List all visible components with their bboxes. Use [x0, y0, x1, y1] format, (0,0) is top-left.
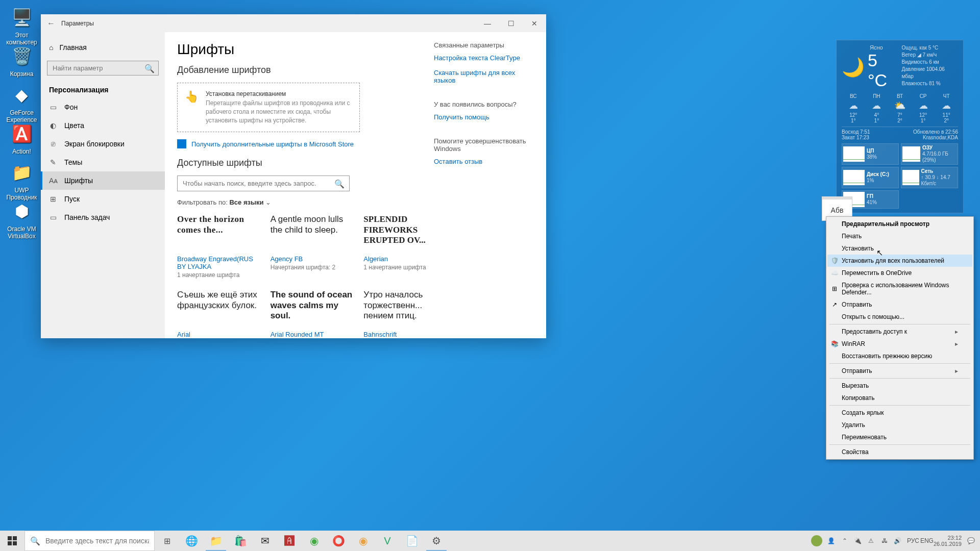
font-card[interactable]: SPLENDID FIREWORKS ERUPTED OV...Algerian…: [363, 214, 448, 279]
sidebar-item-Панель задач[interactable]: ▭Панель задач: [41, 208, 165, 227]
feedback-link[interactable]: Оставить отзыв: [434, 158, 536, 165]
desktop-glyph-icon: ⬢: [10, 199, 34, 223]
forecast-day: ВС☁12°1°: [842, 93, 865, 123]
desktop-icon-0[interactable]: 🖥️Этот компьютер: [3, 5, 41, 46]
taskbar-search-input[interactable]: [45, 537, 149, 545]
store-link[interactable]: Получить дополнительные шрифты в Microso…: [191, 140, 354, 148]
dropzone-title: Установка перетаскиванием: [206, 90, 352, 97]
taskbar-search[interactable]: 🔍: [24, 531, 155, 551]
submenu-arrow-icon: ▸: [955, 328, 958, 335]
minimize-button[interactable]: —: [476, 14, 499, 32]
taskbar-app-store[interactable]: 🛍️: [228, 531, 253, 551]
cleartype-link[interactable]: Настройка текста ClearType: [434, 54, 536, 62]
sidebar-item-Пуск[interactable]: ⊞Пуск: [41, 190, 165, 208]
forecast-day: ЧТ☁11°2°: [935, 93, 958, 123]
get-help-link[interactable]: Получить помощь: [434, 113, 536, 121]
font-card[interactable]: A gentle moon lulls the child to sleep.A…: [271, 214, 355, 279]
taskbar-app-explorer[interactable]: 📁: [204, 531, 228, 551]
context-menu-item[interactable]: Отправить▸: [827, 365, 972, 377]
context-menu-item[interactable]: Открыть с помощью...: [827, 311, 972, 323]
context-menu: Предварительный просмотрПечатьУстановить…: [826, 216, 974, 460]
menu-item-icon: ⊞: [830, 285, 839, 292]
perf-chart-icon: [843, 170, 865, 185]
volume-icon[interactable]: 🔊: [894, 537, 902, 544]
store-icon: [177, 139, 186, 148]
font-filter[interactable]: Фильтровать по: Все языки ⌄: [177, 198, 534, 206]
context-menu-item[interactable]: Установить: [827, 242, 972, 255]
task-view-button[interactable]: ⊞: [155, 531, 179, 551]
sidebar-item-Шрифты[interactable]: AᴀШрифты: [41, 171, 165, 190]
context-menu-item[interactable]: Удалить: [827, 419, 972, 431]
desktop-glyph-icon: 📁: [10, 160, 34, 185]
font-dropzone[interactable]: 👆 Установка перетаскиванием Перетащите ф…: [177, 83, 360, 132]
settings-search-input[interactable]: [47, 61, 159, 76]
context-menu-item[interactable]: Создать ярлык: [827, 407, 972, 419]
taskbar-app-settings[interactable]: ⚙: [424, 531, 449, 551]
sidebar-item-Экран блокировки[interactable]: ⎚Экран блокировки: [41, 135, 165, 153]
desktop-icon-4[interactable]: 📁UWP Проводник: [3, 160, 41, 201]
sidebar-item-Фон[interactable]: ▭Фон: [41, 98, 165, 116]
context-menu-item[interactable]: Предварительный просмотр: [827, 218, 972, 230]
taskbar-app-notepad[interactable]: 📄: [400, 531, 424, 551]
taskbar-app-edge[interactable]: 🌐: [179, 531, 204, 551]
font-card[interactable]: The sound of ocean waves calms my soul.A…: [271, 290, 355, 338]
sidebar-item-Цвета[interactable]: ◐Цвета: [41, 116, 165, 135]
svg-rect-2: [8, 541, 12, 545]
menu-item-icon: 📚: [830, 340, 839, 347]
settings-search[interactable]: 🔍: [47, 61, 159, 76]
nav-icon: Aᴀ: [49, 177, 57, 185]
taskbar-app-app-a[interactable]: 🅰: [277, 531, 302, 551]
network-icon[interactable]: 🖧: [880, 537, 889, 544]
context-menu-item[interactable]: Восстановить прежнюю версию: [827, 350, 972, 362]
download-fonts-link[interactable]: Скачать шрифты для всех языков: [434, 69, 536, 84]
context-menu-item[interactable]: Копировать: [827, 392, 972, 404]
settings-main: Шрифты Добавление шрифтов 👆 Установка пе…: [165, 32, 546, 338]
desktop-glyph-icon: 🖥️: [10, 5, 34, 30]
font-card[interactable]: Утро началось торжественн... пением птиц…: [363, 290, 448, 338]
context-menu-item[interactable]: ↗Отправить: [827, 298, 972, 311]
context-menu-item[interactable]: Печать: [827, 230, 972, 242]
context-menu-item[interactable]: 📚WinRAR▸: [827, 338, 972, 350]
font-card[interactable]: Съешь же ещё этих французских булок.Aria…: [177, 290, 261, 338]
menu-item-icon: 🛡️: [830, 257, 839, 264]
context-menu-item[interactable]: 🛡️Установить для всех пользователей: [827, 255, 972, 267]
context-menu-item[interactable]: Переименовать: [827, 431, 972, 443]
context-menu-item[interactable]: ⊞Проверка с использованием Windows Defen…: [827, 279, 972, 298]
submenu-arrow-icon: ▸: [955, 367, 958, 374]
lang-indicator[interactable]: РУС: [907, 537, 915, 544]
clock[interactable]: 23:12 26.01.2019: [934, 535, 962, 547]
taskbar-app-app-globe[interactable]: ◉: [302, 531, 326, 551]
tray-expand-icon[interactable]: ⌃: [841, 537, 849, 544]
notifications-icon[interactable]: 💬: [967, 537, 975, 544]
desktop-icon-3[interactable]: 🅰️Action!: [3, 121, 41, 155]
taskbar-app-chrome[interactable]: ◉: [351, 531, 375, 551]
context-menu-item[interactable]: Предоставить доступ к▸: [827, 325, 972, 338]
keyboard-layout[interactable]: ENG: [920, 537, 928, 544]
taskbar-app-mail[interactable]: ✉: [253, 531, 277, 551]
menu-item-icon: ☁️: [830, 269, 839, 277]
desktop-icon-1[interactable]: 🗑️Корзина: [3, 44, 41, 78]
taskbar-app-app-v[interactable]: V: [375, 531, 400, 551]
context-menu-item[interactable]: ☁️Переместить в OneDrive: [827, 267, 972, 279]
desktop-icon-2[interactable]: ◆GeForce Experience: [3, 83, 41, 123]
warning-icon[interactable]: ⚠: [867, 537, 875, 544]
forecast-day: ВТ⛅7°2°: [888, 93, 912, 123]
font-card[interactable]: Over the horizon comes the...Broadway En…: [177, 214, 261, 279]
font-search[interactable]: 🔍: [177, 176, 350, 191]
back-button[interactable]: ←: [45, 17, 57, 30]
taskbar-app-opera[interactable]: ⭕: [326, 531, 351, 551]
window-title: Параметры: [61, 20, 94, 27]
context-menu-item[interactable]: Свойства: [827, 446, 972, 458]
start-button[interactable]: [0, 531, 24, 551]
perf-item: Диск (C:)1%: [842, 167, 899, 188]
context-menu-item[interactable]: Вырезать: [827, 380, 972, 392]
people-icon[interactable]: 👤: [827, 537, 836, 544]
maximize-button[interactable]: ☐: [499, 14, 523, 32]
user-avatar-icon[interactable]: [811, 535, 822, 546]
usb-icon[interactable]: 🔌: [854, 537, 862, 544]
font-search-input[interactable]: [177, 176, 350, 191]
sidebar-home[interactable]: ⌂Главная: [41, 38, 165, 57]
close-button[interactable]: ✕: [523, 14, 546, 32]
desktop-icon-5[interactable]: ⬢Oracle VM VirtualBox: [3, 199, 41, 240]
sidebar-item-Темы[interactable]: ✎Темы: [41, 153, 165, 171]
